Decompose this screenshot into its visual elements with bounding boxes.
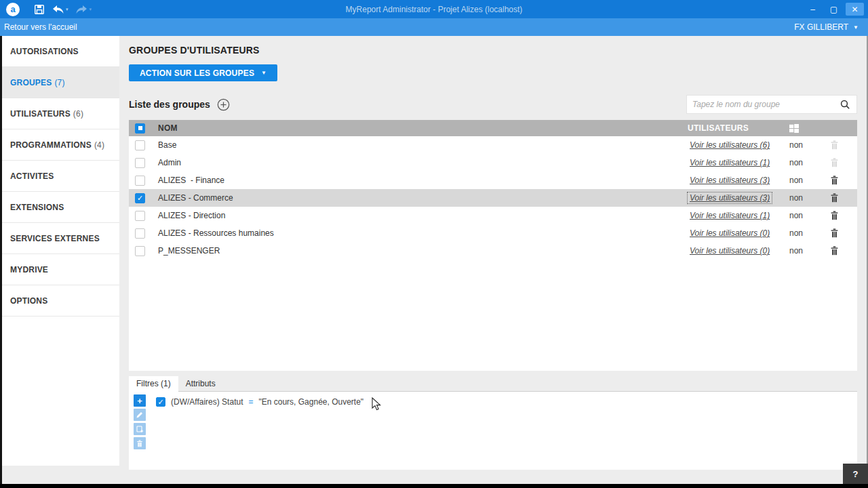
sidebar-item-label: EXTENSIONS xyxy=(10,203,64,212)
sidebar-item-label: ACTIVITES xyxy=(10,171,54,181)
sidebar-item-label: MYDRIVE xyxy=(10,265,48,274)
column-header-nom[interactable]: NOM xyxy=(158,123,688,133)
app-window: a ▾ xyxy=(0,0,868,484)
table-header: NOM UTILISATEURS xyxy=(129,120,857,136)
row-checkbox[interactable] xyxy=(135,176,145,186)
undo-button[interactable]: ▾ xyxy=(50,3,71,16)
row-checkbox[interactable] xyxy=(135,228,145,239)
delete-group-button[interactable] xyxy=(830,246,839,256)
group-name: ALIZES - Direction xyxy=(158,211,688,220)
maximize-button[interactable]: ▢ xyxy=(825,3,843,16)
table-row[interactable]: P_MESSENGER Voir les utilisateurs (0) no… xyxy=(129,242,857,260)
mydrive-value: non xyxy=(789,211,803,220)
undo-dropdown-caret[interactable]: ▾ xyxy=(66,7,68,12)
view-users-link[interactable]: Voir les utilisateurs (6) xyxy=(688,140,772,150)
sidebar-item-groupes[interactable]: GROUPES (7) xyxy=(2,67,119,98)
add-filter-button[interactable]: + xyxy=(134,394,146,407)
table-row[interactable]: ALIZES - Commerce Voir les utilisateurs … xyxy=(129,189,857,207)
user-menu[interactable]: FX GILLIBERT ▼ xyxy=(794,22,859,32)
redo-dropdown-caret[interactable]: ▾ xyxy=(90,7,92,12)
delete-group-button[interactable] xyxy=(830,176,839,185)
filter-row[interactable]: (DW/Affaires) Statut = "En cours, Gagnée… xyxy=(156,396,363,407)
table-row[interactable]: Base Voir les utilisateurs (6) non xyxy=(129,136,857,154)
sidebar: AUTORISATIONS GROUPES (7) UTILISATEURS (… xyxy=(2,36,119,484)
view-users-link[interactable]: Voir les utilisateurs (3) xyxy=(688,175,772,186)
delete-filter-button[interactable] xyxy=(134,437,146,449)
row-checkbox[interactable] xyxy=(135,211,145,221)
redo-button[interactable]: ▾ xyxy=(73,3,94,16)
table-row[interactable]: ALIZES - Direction Voir les utilisateurs… xyxy=(129,207,857,224)
tab-filtres[interactable]: Filtres (1) xyxy=(129,376,178,392)
group-actions-button[interactable]: ACTION SUR LES GROUPES ▼ xyxy=(129,64,277,81)
delete-group-button[interactable] xyxy=(830,211,839,220)
sidebar-item-programmations[interactable]: PROGRAMMATIONS (4) xyxy=(2,129,119,161)
sidebar-item-label: PROGRAMMATIONS xyxy=(10,140,92,150)
sidebar-item-services-externes[interactable]: SERVICES EXTERNES xyxy=(2,223,119,254)
main-content: GROUPES D'UTILISATEURS ACTION SUR LES GR… xyxy=(119,36,867,484)
search-icon[interactable] xyxy=(840,99,851,110)
delete-group-button[interactable] xyxy=(830,158,839,167)
sidebar-item-label: UTILISATEURS xyxy=(10,109,71,119)
sidebar-item-autorisations[interactable]: AUTORISATIONS xyxy=(2,36,119,67)
window-title: MyReport Administrator - Projet Alizes (… xyxy=(0,5,868,14)
table-row[interactable]: ALIZES - Ressources humaines Voir les ut… xyxy=(129,224,857,242)
trash-icon xyxy=(830,211,839,220)
filter-value: "En cours, Gagnée, Ouverte" xyxy=(259,397,364,407)
sidebar-item-label: GROUPES xyxy=(10,78,52,87)
duplicate-filter-button[interactable] xyxy=(134,423,146,435)
page-title: GROUPES D'UTILISATEURS xyxy=(129,45,857,56)
group-name: P_MESSENGER xyxy=(158,246,688,256)
filter-operator: = xyxy=(248,397,253,407)
view-users-link[interactable]: Voir les utilisateurs (0) xyxy=(688,228,772,239)
trash-icon xyxy=(136,440,143,447)
add-group-button[interactable] xyxy=(217,98,230,111)
view-users-link[interactable]: Voir les utilisateurs (3) xyxy=(688,192,772,203)
sidebar-item-count: (7) xyxy=(54,78,64,87)
group-name: ALIZES - Finance xyxy=(158,176,688,185)
row-checkbox[interactable] xyxy=(135,193,145,203)
tab-attributs[interactable]: Attributs xyxy=(178,376,223,391)
table-row[interactable]: Admin Voir les utilisateurs (1) non xyxy=(129,154,857,171)
filter-field: (DW/Affaires) Statut xyxy=(171,397,243,407)
group-search-input[interactable] xyxy=(692,100,840,109)
sidebar-item-activites[interactable]: ACTIVITES xyxy=(2,161,119,192)
sidebar-item-mydrive[interactable]: MYDRIVE xyxy=(2,254,119,285)
row-checkbox[interactable] xyxy=(135,140,145,150)
minimize-button[interactable]: – xyxy=(804,3,822,16)
app-logo-icon: a xyxy=(6,3,20,16)
filters-panel: + xyxy=(129,392,857,470)
trash-icon xyxy=(830,246,839,256)
trash-icon xyxy=(830,140,839,150)
delete-group-button[interactable] xyxy=(830,140,839,150)
undo-icon xyxy=(52,5,64,14)
trash-icon xyxy=(830,158,839,167)
view-users-link[interactable]: Voir les utilisateurs (0) xyxy=(688,245,772,256)
delete-group-button[interactable] xyxy=(830,193,839,203)
mydrive-column-icon xyxy=(789,124,830,133)
sidebar-item-label: AUTORISATIONS xyxy=(10,47,79,56)
filter-checkbox[interactable] xyxy=(156,397,165,407)
delete-group-button[interactable] xyxy=(830,228,839,238)
sidebar-item-options[interactable]: OPTIONS xyxy=(2,285,119,317)
group-name: Base xyxy=(158,140,688,150)
row-checkbox[interactable] xyxy=(135,246,145,256)
view-users-link[interactable]: Voir les utilisateurs (1) xyxy=(688,210,772,221)
row-checkbox[interactable] xyxy=(135,158,145,168)
select-all-checkbox[interactable] xyxy=(135,123,145,134)
pencil-icon xyxy=(136,411,143,418)
group-search-box xyxy=(686,95,857,114)
sidebar-item-label: OPTIONS xyxy=(10,296,47,306)
back-to-home-link[interactable]: Retour vers l'accueil xyxy=(4,22,77,32)
table-row[interactable]: ALIZES - Finance Voir les utilisateurs (… xyxy=(129,171,857,189)
trash-icon xyxy=(830,228,839,238)
view-users-link[interactable]: Voir les utilisateurs (1) xyxy=(688,157,772,168)
save-icon xyxy=(34,4,45,15)
column-header-utilisateurs[interactable]: UTILISATEURS xyxy=(688,123,789,133)
sidebar-item-label: SERVICES EXTERNES xyxy=(10,234,100,243)
help-button[interactable]: ? xyxy=(843,464,868,484)
edit-filter-button[interactable] xyxy=(134,409,146,421)
save-button[interactable] xyxy=(32,3,47,16)
sidebar-item-extensions[interactable]: EXTENSIONS xyxy=(2,192,119,223)
sidebar-item-utilisateurs[interactable]: UTILISATEURS (6) xyxy=(2,98,119,129)
close-button[interactable]: ✕ xyxy=(846,3,864,16)
